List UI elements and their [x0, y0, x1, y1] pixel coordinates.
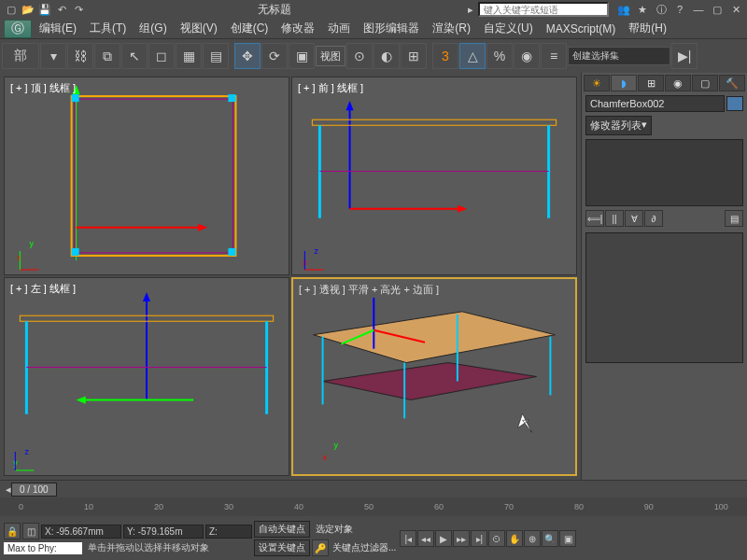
- menu-view[interactable]: 视图(V): [175, 19, 223, 38]
- svg-text:z: z: [24, 447, 29, 456]
- help-search-input[interactable]: [478, 2, 609, 17]
- parameters-rollout: [585, 232, 743, 363]
- menu-modifiers[interactable]: 修改器: [275, 19, 320, 38]
- modifier-stack[interactable]: [585, 139, 743, 206]
- menu-customize[interactable]: 自定义(U): [478, 19, 539, 38]
- menu-edit[interactable]: 编辑(E): [34, 19, 82, 38]
- select-window-icon[interactable]: ▦: [176, 43, 202, 69]
- arc-rotate-icon[interactable]: ⊕: [524, 530, 541, 547]
- save-icon[interactable]: 💾: [37, 2, 52, 17]
- time-slider[interactable]: ◂ 0 / 100 0102030405060708090100: [0, 480, 747, 517]
- help-icon[interactable]: ?: [672, 2, 687, 17]
- snap-icon[interactable]: 3: [432, 43, 458, 69]
- setkey-button[interactable]: 设置关键点: [254, 539, 310, 556]
- viewport-top-label: [ + ] 顶 ] 线框 ]: [10, 81, 76, 95]
- menu-help[interactable]: 帮助(H): [623, 19, 672, 38]
- new-icon[interactable]: ▢: [4, 2, 19, 17]
- keyfilter-button[interactable]: 关键点过滤器...: [331, 540, 398, 555]
- scale-icon[interactable]: ▣: [289, 43, 315, 69]
- svg-marker-29: [77, 397, 86, 404]
- app-logo-icon[interactable]: Ⓖ: [4, 20, 32, 38]
- selected-label[interactable]: 选定对象: [312, 522, 357, 537]
- pin-stack-icon[interactable]: ⟸|: [585, 210, 604, 227]
- coord-y[interactable]: Y: -579.165m: [123, 525, 204, 539]
- menu-group[interactable]: 组(G): [134, 19, 172, 38]
- move-icon[interactable]: ✥: [234, 43, 261, 69]
- time-config-icon[interactable]: ⏲: [488, 530, 505, 547]
- select-region-icon[interactable]: ◻: [148, 43, 175, 69]
- refcoord-dropdown[interactable]: 视图: [316, 46, 345, 66]
- info-icon[interactable]: ⓘ: [654, 2, 669, 17]
- angle-snap-icon[interactable]: △: [459, 43, 486, 69]
- show-end-icon[interactable]: ||: [605, 210, 624, 227]
- menu-maxscript[interactable]: MAXScript(M): [541, 21, 622, 37]
- viewport-front[interactable]: [ + ] 前 ] 线框 ] xz: [291, 77, 577, 275]
- object-color-swatch[interactable]: [726, 96, 743, 111]
- keymode-icon[interactable]: ⊞: [401, 43, 427, 69]
- percent-snap-icon[interactable]: %: [486, 43, 513, 69]
- goto-start-icon[interactable]: |◂: [400, 530, 416, 547]
- time-ruler[interactable]: 0102030405060708090100: [0, 497, 747, 516]
- named-sel-icon[interactable]: ≡: [541, 43, 567, 69]
- tab-hierarchy[interactable]: ⊞: [638, 75, 664, 91]
- svg-marker-15: [346, 101, 354, 110]
- maxview-icon[interactable]: ▣: [559, 530, 576, 547]
- maxscript-input[interactable]: Max to Phy:: [4, 542, 82, 554]
- select-icon[interactable]: ↖: [121, 43, 148, 69]
- dropdown-arrow-icon[interactable]: ▾: [40, 43, 66, 69]
- star-icon[interactable]: ★: [635, 2, 650, 17]
- iso-icon[interactable]: ◫: [22, 523, 39, 539]
- menu-animation[interactable]: 动画: [322, 19, 356, 38]
- svg-text:x: x: [17, 253, 21, 262]
- dropdown-label[interactable]: 部: [2, 43, 39, 69]
- time-position[interactable]: 0 / 100: [11, 483, 57, 497]
- tab-modify[interactable]: ◗: [611, 75, 637, 91]
- unique-icon[interactable]: ∀: [625, 210, 643, 227]
- configure-icon[interactable]: ▤: [725, 210, 743, 227]
- lock-icon[interactable]: 🔒: [4, 523, 21, 539]
- select-link-icon[interactable]: ⛓: [67, 43, 93, 69]
- viewport-perspective[interactable]: [ + ] 透视 ] 平滑 + 高光 + 边面 ] xy: [291, 277, 577, 476]
- minimize-icon[interactable]: —: [691, 2, 706, 17]
- zoom-icon[interactable]: 🔍: [542, 530, 558, 547]
- key-icon[interactable]: 🔑: [312, 539, 329, 556]
- remove-mod-icon[interactable]: ∂: [644, 210, 663, 227]
- menu-render[interactable]: 渲染(R): [427, 19, 476, 38]
- maximize-icon[interactable]: ▢: [710, 2, 725, 17]
- tab-utilities[interactable]: 🔨: [719, 75, 745, 91]
- pan-icon[interactable]: ✋: [506, 530, 523, 547]
- tab-motion[interactable]: ◉: [665, 75, 691, 91]
- menu-tools[interactable]: 工具(T): [84, 19, 132, 38]
- spinner-snap-icon[interactable]: ◉: [514, 43, 540, 69]
- svg-rect-18: [312, 119, 556, 125]
- comm-icon[interactable]: 👥: [616, 2, 631, 17]
- search-arrow-icon: ▸: [463, 2, 478, 17]
- unlink-icon[interactable]: ⧉: [94, 43, 120, 69]
- autokey-button[interactable]: 自动关键点: [254, 521, 310, 538]
- coord-x[interactable]: X: -95.667mm: [41, 525, 121, 539]
- redo-icon[interactable]: ↷: [71, 2, 86, 17]
- viewport-left[interactable]: [ + ] 左 ] 线框 ] yz: [4, 277, 289, 476]
- open-icon[interactable]: 📂: [21, 2, 35, 17]
- close-icon[interactable]: ✕: [728, 2, 743, 17]
- next-frame-icon[interactable]: ▸▸: [453, 530, 470, 547]
- tab-create[interactable]: ☀: [584, 75, 610, 91]
- undo-icon[interactable]: ↶: [54, 2, 69, 17]
- modifier-list-dropdown[interactable]: 修改器列表▾: [585, 116, 652, 135]
- svg-rect-4: [72, 96, 236, 256]
- menu-grapheditor[interactable]: 图形编辑器: [358, 19, 425, 38]
- menu-create[interactable]: 创建(C): [225, 19, 275, 38]
- pivot-icon[interactable]: ⊙: [346, 43, 373, 69]
- rotate-icon[interactable]: ⟳: [261, 43, 288, 69]
- mirror-icon[interactable]: ▶|: [671, 43, 698, 69]
- manip-icon[interactable]: ◐: [374, 43, 400, 69]
- viewport-top[interactable]: [ + ] 顶 ] 线框 ] xy: [4, 77, 289, 275]
- tab-display[interactable]: ▢: [692, 75, 718, 91]
- object-name-input[interactable]: ChamferBox002: [585, 95, 725, 112]
- goto-end-icon[interactable]: ▸|: [471, 530, 487, 547]
- coord-z[interactable]: Z:: [205, 525, 252, 539]
- play-icon[interactable]: ▶: [435, 530, 452, 547]
- select-name-icon[interactable]: ▤: [203, 43, 229, 69]
- selection-set-dropdown[interactable]: 创建选择集: [568, 47, 670, 65]
- prev-frame-icon[interactable]: ◂◂: [417, 530, 434, 547]
